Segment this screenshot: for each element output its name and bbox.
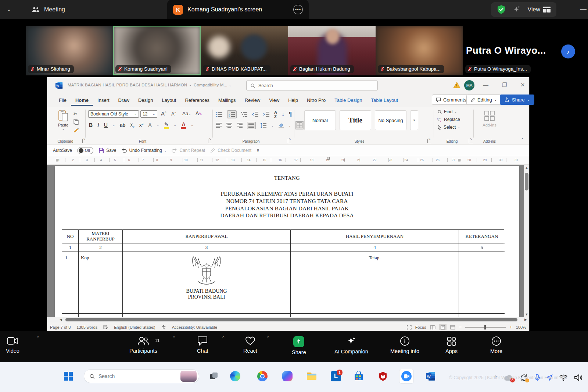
word-search-box[interactable]	[246, 81, 378, 90]
vertical-scrollbar-thumb[interactable]	[525, 173, 528, 190]
window-restore-icon[interactable]: ❐	[502, 82, 507, 88]
view-button[interactable]: View	[528, 6, 551, 13]
copilot-icon[interactable]	[280, 369, 295, 384]
paste-button[interactable]: Paste ⌄	[56, 110, 71, 131]
left-indent-marker[interactable]	[56, 159, 58, 161]
tab-home[interactable]: Home	[71, 95, 93, 106]
more-button[interactable]: More	[490, 336, 502, 354]
highlight-chevron-icon[interactable]: ⌄	[174, 124, 176, 127]
video-tile-active-speaker[interactable]: Komang Suadnyani	[113, 26, 201, 75]
start-button[interactable]	[61, 369, 76, 384]
shading-button[interactable]	[278, 123, 284, 128]
scroll-down-icon[interactable]: ▼	[524, 313, 529, 316]
collapse-chevron-icon[interactable]: ⌄	[7, 6, 11, 13]
style-title[interactable]: Title	[340, 110, 371, 130]
next-page-button[interactable]: ›	[561, 44, 575, 58]
italic-button[interactable]: I	[97, 122, 99, 128]
text-effects-chevron-icon[interactable]: ⌄	[157, 124, 159, 127]
style-normal[interactable]: Normal	[304, 110, 336, 130]
document-page[interactable]: TENTANG PERUBAHAN KEEMPAT ATAS PERATURAN…	[55, 166, 519, 317]
undo-button[interactable]: Undo Formatting⌄	[121, 148, 166, 153]
video-tile-no-video[interactable]: Putra O Wirayo... Putra O Wirayoga_Ins..…	[463, 26, 551, 75]
scroll-left-icon[interactable]: ◀	[60, 318, 62, 321]
warning-icon[interactable]	[453, 82, 460, 88]
tab-help[interactable]: Help	[284, 95, 302, 106]
sort-button[interactable]: AZ	[274, 110, 277, 119]
align-center-button[interactable]	[226, 123, 232, 128]
collapse-ribbon-icon[interactable]: ⌃	[521, 138, 524, 142]
autosave-toggle[interactable]: Off	[77, 147, 93, 154]
zoom-out-button[interactable]: −	[459, 324, 462, 330]
cut-button[interactable]: ✂	[74, 110, 78, 117]
video-button[interactable]: Video	[6, 336, 19, 354]
chrome-icon[interactable]	[255, 369, 270, 384]
video-tile[interactable]: DINAS PMD KABUPAT...	[201, 26, 288, 75]
subscript-button[interactable]: x2	[130, 122, 134, 129]
tab-view[interactable]: View	[265, 95, 284, 106]
share-button[interactable]: Share ⌄	[500, 95, 534, 105]
tab-review[interactable]: Review	[240, 95, 265, 106]
zoom-slider-thumb[interactable]	[484, 325, 486, 329]
proofing-icon[interactable]	[103, 325, 108, 329]
taskbar-search-input[interactable]	[98, 373, 165, 379]
window-minimize-icon[interactable]: —	[483, 82, 488, 88]
addins-button[interactable]: Add-ins	[478, 110, 501, 127]
ai-sparkle-icon[interactable]	[512, 5, 521, 14]
tab-nitro-pro[interactable]: Nitro Pro	[302, 95, 330, 106]
horizontal-scrollbar-thumb[interactable]	[65, 318, 517, 321]
font-size-combo[interactable]: 12⌄	[140, 110, 157, 118]
show-marks-button[interactable]: ¶	[289, 111, 292, 118]
tab-meeting[interactable]: Meeting	[32, 0, 65, 19]
share-screen-button[interactable]: Share	[292, 336, 306, 355]
status-language[interactable]: English (United States)	[114, 325, 155, 329]
text-effects-button[interactable]: A	[148, 122, 152, 128]
linkedin-icon[interactable]: L1	[329, 369, 343, 384]
search-highlight-image[interactable]	[180, 371, 197, 382]
borders-button[interactable]	[295, 121, 304, 129]
ruler[interactable]: 1234567891011121314151617181920212223242…	[47, 156, 529, 165]
justify-button-selected[interactable]	[247, 122, 256, 129]
tab-table-layout[interactable]: Table Layout	[366, 95, 402, 106]
font-color-chevron-icon[interactable]: ⌄	[191, 124, 194, 127]
tab-file[interactable]: File	[54, 95, 71, 106]
editing-mode-button[interactable]: Editing ⌄	[466, 95, 501, 105]
decrease-indent-button[interactable]	[252, 111, 259, 117]
align-right-button[interactable]	[237, 123, 243, 128]
microphone-icon[interactable]	[535, 374, 540, 381]
tab-insert[interactable]: Insert	[93, 95, 114, 106]
zoom-in-button[interactable]: +	[509, 324, 512, 330]
underline-button[interactable]: U	[104, 122, 108, 128]
copy-button[interactable]	[74, 119, 79, 125]
replace-button[interactable]: bc Replace	[437, 117, 460, 122]
bullets-button[interactable]	[216, 111, 223, 117]
ai-companion-button[interactable]: AI Companion	[334, 336, 368, 354]
word-taskbar-icon[interactable]: W	[423, 369, 438, 384]
styles-dialog-launcher-icon[interactable]	[427, 139, 431, 143]
onedrive-icon[interactable]: ✕	[504, 374, 513, 381]
right-indent-marker[interactable]	[458, 159, 460, 161]
paragraph-dialog-launcher-icon[interactable]	[288, 139, 291, 143]
chat-button[interactable]: Chat	[197, 336, 208, 354]
tab-design[interactable]: Design	[134, 95, 157, 106]
apps-button[interactable]: Apps	[445, 336, 458, 354]
save-button[interactable]: Save	[98, 148, 116, 153]
sync-icon[interactable]	[520, 374, 528, 382]
tab-table-design[interactable]: Table Design	[330, 95, 366, 106]
video-options-chevron-icon[interactable]: ⌃	[36, 335, 40, 341]
react-options-chevron-icon[interactable]: ⌃	[266, 335, 270, 341]
align-left-button[interactable]	[216, 123, 222, 128]
editing-dialog-launcher-icon[interactable]	[469, 139, 473, 143]
status-words[interactable]: 1305 words	[76, 325, 97, 329]
account-avatar[interactable]: MA	[464, 80, 474, 90]
comments-button[interactable]: Comments	[432, 95, 470, 105]
web-layout-icon[interactable]	[450, 325, 455, 329]
horizontal-scrollbar[interactable]: ◀ ▶	[47, 317, 529, 323]
find-button[interactable]: Find⌄	[437, 109, 460, 114]
shrink-font-button[interactable]: A˅	[171, 111, 176, 117]
first-line-indent-marker[interactable]	[327, 157, 330, 160]
style-no-spacing[interactable]: No Spacing	[375, 110, 406, 130]
grow-font-button[interactable]: A˄	[161, 110, 166, 117]
font-name-combo[interactable]: Bookman Old Style⌄	[88, 110, 139, 118]
format-painter-button[interactable]	[74, 127, 79, 133]
bold-button[interactable]: B	[89, 122, 93, 128]
